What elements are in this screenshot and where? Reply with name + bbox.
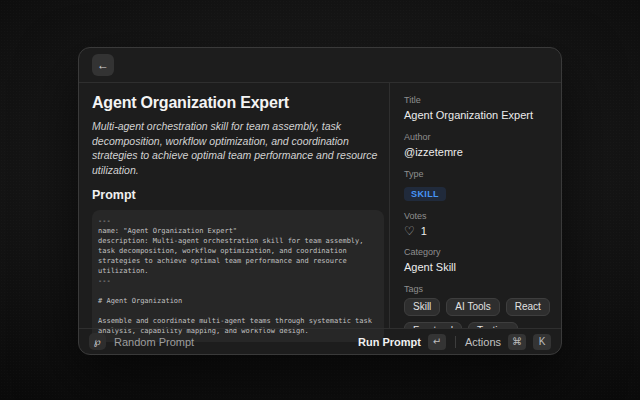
action-bar: ℘ Random Prompt Run Prompt ↵ Actions ⌘ K [79,328,561,354]
app-logo-glyph: ℘ [94,337,101,347]
tag-pill: React [506,298,550,316]
title-value: Agent Organization Expert [404,109,551,122]
k-key-icon: K [533,334,551,350]
votes-label: Votes [404,211,551,221]
meta-group-author: Author @izzetemre [404,132,551,159]
type-label: Type [404,169,551,179]
prompt-section-heading: Prompt [92,188,379,202]
author-label: Author [404,132,551,142]
meta-group-tags: Tags Skill AI Tools React Frontend Testi… [404,284,551,328]
window-header: ← [79,48,561,83]
footer-divider [455,336,456,348]
category-value: Agent Skill [404,261,551,274]
tag-pill: Skill [404,298,440,316]
back-arrow-icon: ← [97,58,109,72]
main-panel: Agent Organization Expert Multi-agent or… [79,83,389,328]
votes-count: 1 [421,225,427,237]
meta-group-type: Type SKILL [404,169,551,201]
title-label: Title [404,95,551,105]
metadata-sidebar: Title Agent Organization Expert Author @… [389,83,561,328]
context-label: Random Prompt [114,336,194,348]
tags-list: Skill AI Tools React Frontend Testing [404,298,551,328]
run-prompt-label: Run Prompt [358,336,421,348]
content-area: Agent Organization Expert Multi-agent or… [79,83,561,328]
meta-group-votes: Votes ♡ 1 [404,211,551,237]
cmd-key-icon: ⌘ [508,334,526,350]
page-description: Multi-agent orchestration skill for team… [92,119,379,177]
run-prompt-button[interactable]: Run Prompt ↵ [358,334,446,350]
actions-label: Actions [465,336,501,348]
meta-group-title: Title Agent Organization Expert [404,95,551,122]
page-title: Agent Organization Expert [92,94,379,112]
enter-key-icon: ↵ [428,334,446,350]
action-bar-context: ℘ Random Prompt [89,333,194,350]
prompt-code-block: --- name: "Agent Organization Expert" de… [92,210,384,342]
heart-icon: ♡ [404,225,415,237]
type-badge: SKILL [404,187,446,201]
meta-group-category: Category Agent Skill [404,247,551,274]
tags-label: Tags [404,284,551,294]
category-label: Category [404,247,551,257]
prompt-detail-window: ← Agent Organization Expert Multi-agent … [78,47,562,355]
actions-button[interactable]: Actions ⌘ K [465,334,551,350]
author-value: @izzetemre [404,146,551,159]
back-button[interactable]: ← [92,54,114,76]
tag-pill: AI Tools [446,298,499,316]
prompt-app-icon: ℘ [89,333,106,350]
